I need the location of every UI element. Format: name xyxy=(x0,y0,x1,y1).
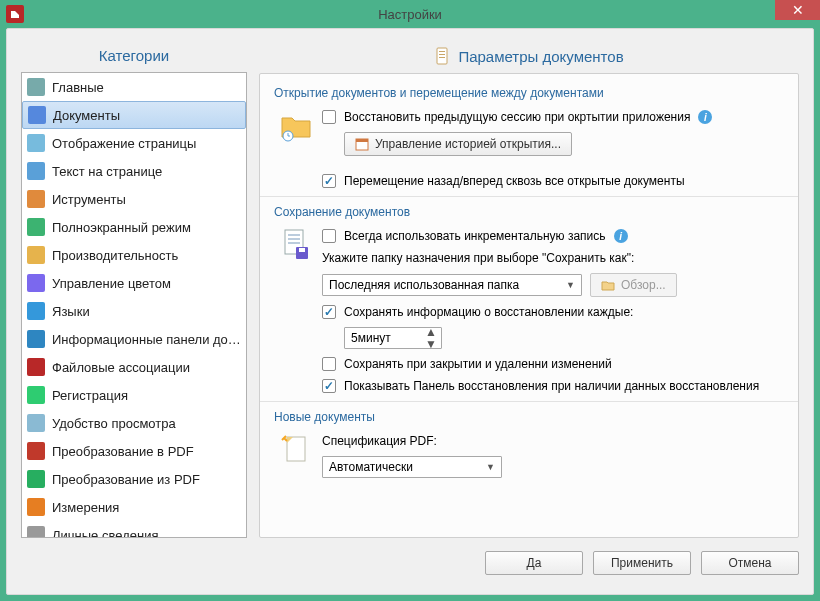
category-label: Удобство просмотра xyxy=(52,416,176,431)
category-item-13[interactable]: Преобразование в PDF xyxy=(22,437,246,465)
category-icon xyxy=(26,525,46,538)
category-label: Документы xyxy=(53,108,120,123)
chevron-down-icon: ▼ xyxy=(566,280,575,290)
window-title: Настройки xyxy=(0,7,820,22)
spec-label: Спецификация PDF: xyxy=(322,434,784,448)
category-icon xyxy=(27,105,47,125)
category-icon xyxy=(26,441,46,461)
interval-spinner[interactable]: 5минут ▲▼ xyxy=(344,327,442,349)
save-recovery-checkbox[interactable] xyxy=(322,305,336,319)
incremental-label: Всегда использовать инкрементальную запи… xyxy=(344,229,606,243)
category-label: Преобразование в PDF xyxy=(52,444,194,459)
category-label: Производительность xyxy=(52,248,178,263)
category-label: Языки xyxy=(52,304,90,319)
category-icon xyxy=(26,301,46,321)
category-label: Преобразование из PDF xyxy=(52,472,200,487)
ok-button[interactable]: Да xyxy=(485,551,583,575)
category-icon xyxy=(26,469,46,489)
category-item-0[interactable]: Главные xyxy=(22,73,246,101)
svg-rect-6 xyxy=(356,139,368,142)
window-body: Категории ГлавныеДокументыОтображение ст… xyxy=(6,28,814,595)
nav-through-checkbox[interactable] xyxy=(322,174,336,188)
category-label: Регистрация xyxy=(52,388,128,403)
category-item-10[interactable]: Файловые ассоциации xyxy=(22,353,246,381)
group-saving-title: Сохранение документов xyxy=(274,205,784,219)
category-label: Информационные панели документа xyxy=(52,332,242,347)
group-opening-title: Открытие документов и перемещение между … xyxy=(274,86,784,100)
category-icon xyxy=(26,329,46,349)
category-item-7[interactable]: Управление цветом xyxy=(22,269,246,297)
restore-session-label: Воccтановить предыдущую сессию при окрты… xyxy=(344,110,690,124)
manage-history-button[interactable]: Управление историей открытия... xyxy=(344,132,572,156)
category-icon xyxy=(26,189,46,209)
category-icon xyxy=(26,413,46,433)
folder-select[interactable]: Последняя использованная папка ▼ xyxy=(322,274,582,296)
category-icon xyxy=(26,77,46,97)
category-list: ГлавныеДокументыОтображение страницыТекс… xyxy=(21,72,247,538)
nav-through-label: Перемещение назад/вперед сквозь все откр… xyxy=(344,174,685,188)
folder-icon xyxy=(278,108,314,144)
category-item-15[interactable]: Измерения xyxy=(22,493,246,521)
category-item-6[interactable]: Производительность xyxy=(22,241,246,269)
svg-rect-3 xyxy=(439,57,445,58)
apply-button[interactable]: Применить xyxy=(593,551,691,575)
content-panel: Параметры документов Открытие документов… xyxy=(259,43,799,538)
chevron-down-icon: ▼ xyxy=(486,462,495,472)
category-label: Личные сведения xyxy=(52,528,158,539)
category-item-12[interactable]: Удобство просмотра xyxy=(22,409,246,437)
category-label: Полноэкранный режим xyxy=(52,220,191,235)
spec-select[interactable]: Автоматически ▼ xyxy=(322,456,502,478)
content-body: Открытие документов и перемещение между … xyxy=(259,73,799,538)
category-item-1[interactable]: Документы xyxy=(22,101,246,129)
category-icon xyxy=(26,161,46,181)
incremental-checkbox[interactable] xyxy=(322,229,336,243)
category-item-11[interactable]: Регистрация xyxy=(22,381,246,409)
category-icon xyxy=(26,273,46,293)
close-button[interactable]: ✕ xyxy=(775,0,820,20)
category-label: Иструменты xyxy=(52,192,126,207)
info-icon[interactable]: i xyxy=(698,110,712,124)
category-item-4[interactable]: Иструменты xyxy=(22,185,246,213)
new-doc-icon xyxy=(278,432,314,468)
content-header: Параметры документов xyxy=(259,43,799,73)
spinner-buttons[interactable]: ▲▼ xyxy=(425,326,437,350)
group-newdocs-title: Новые документы xyxy=(274,410,784,424)
category-icon xyxy=(26,357,46,377)
category-label: Текст на странице xyxy=(52,164,162,179)
category-icon xyxy=(26,497,46,517)
category-item-3[interactable]: Текст на странице xyxy=(22,157,246,185)
titlebar: Настройки ✕ xyxy=(0,0,820,28)
category-label: Главные xyxy=(52,80,104,95)
browse-button[interactable]: Обзор... xyxy=(590,273,677,297)
category-icon xyxy=(26,385,46,405)
save-on-close-checkbox[interactable] xyxy=(322,357,336,371)
svg-rect-2 xyxy=(439,54,445,55)
svg-rect-12 xyxy=(299,248,305,252)
svg-rect-13 xyxy=(287,437,305,461)
category-icon xyxy=(26,217,46,237)
folder-open-icon xyxy=(601,278,615,292)
category-label: Управление цветом xyxy=(52,276,171,291)
show-panel-checkbox[interactable] xyxy=(322,379,336,393)
save-recovery-label: Сохранять информацию о восстановлении ка… xyxy=(344,305,633,319)
category-item-16[interactable]: Личные сведения xyxy=(22,521,246,538)
category-item-2[interactable]: Отображение страницы xyxy=(22,129,246,157)
info-icon[interactable]: i xyxy=(614,229,628,243)
history-icon xyxy=(355,137,369,151)
category-item-5[interactable]: Полноэкранный режим xyxy=(22,213,246,241)
target-folder-label: Укажите папку назначения при выборе "Сох… xyxy=(322,251,784,265)
restore-session-checkbox[interactable] xyxy=(322,110,336,124)
save-on-close-label: Сохранять при закрытии и удаленни измене… xyxy=(344,357,612,371)
category-item-9[interactable]: Информационные панели документа xyxy=(22,325,246,353)
sidebar: Категории ГлавныеДокументыОтображение ст… xyxy=(21,43,247,538)
document-icon xyxy=(434,47,452,65)
svg-rect-1 xyxy=(439,51,445,52)
category-item-14[interactable]: Преобразование из PDF xyxy=(22,465,246,493)
category-item-8[interactable]: Языки xyxy=(22,297,246,325)
dialog-footer: Да Применить Отмена xyxy=(21,538,799,580)
svg-rect-8 xyxy=(288,234,300,236)
cancel-button[interactable]: Отмена xyxy=(701,551,799,575)
show-panel-label: Показывать Панель восстановления при нал… xyxy=(344,379,759,393)
svg-rect-0 xyxy=(437,48,447,64)
category-icon xyxy=(26,133,46,153)
